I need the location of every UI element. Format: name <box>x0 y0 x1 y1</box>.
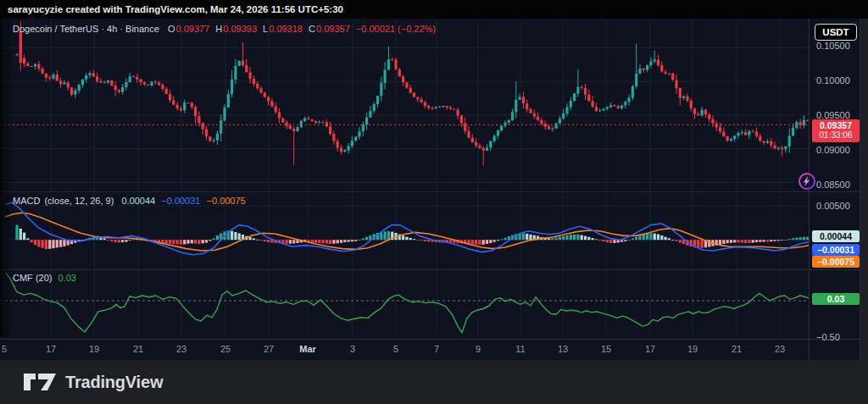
macd-hist-value: 0.00044 <box>121 196 155 206</box>
tradingview-snapshot: sarayucyzie created with TradingView.com… <box>0 0 868 404</box>
last-price-badge: 0.09357 01:33:06 <box>812 119 860 142</box>
currency-toggle-button[interactable]: USDT <box>815 24 857 41</box>
macd-legend[interactable]: MACD (close, 12, 26, 9) 0.00044 −0.00031… <box>13 196 249 206</box>
macd-signal-value: −0.00075 <box>207 196 246 206</box>
last-price-value: 0.09357 <box>812 120 860 130</box>
time-axis-label: 11 <box>515 344 525 354</box>
high-label: H <box>215 24 222 34</box>
price-tick-label: 0.10000 <box>816 75 850 86</box>
change-value: −0.00021 (−0.22%) <box>356 24 436 34</box>
cmf-legend[interactable]: CMF (20) 0.03 <box>13 273 80 283</box>
cmf-value-badge: 0.03 <box>812 293 860 305</box>
low-label: L <box>263 24 268 34</box>
high-value: 0.09393 <box>223 24 257 34</box>
macd-params: (close, 12, 26, 9) <box>44 196 114 206</box>
time-axis-label: 27 <box>264 344 274 354</box>
attribution-bar: sarayucyzie created with TradingView.com… <box>0 0 868 19</box>
low-value: 0.09318 <box>269 24 303 34</box>
close-label: C <box>309 24 315 34</box>
time-axis-label: 15 <box>601 344 611 354</box>
price-tick-label: 0.08500 <box>816 180 850 190</box>
open-label: O <box>168 24 175 34</box>
cmf-title: CMF (20) <box>13 273 52 283</box>
footer-bar: TradingView <box>0 360 868 404</box>
macd-line-value: −0.00031 <box>161 196 200 206</box>
time-axis-label: 17 <box>46 344 56 354</box>
macd-hist-badge: 0.00044 <box>812 230 860 242</box>
time-axis-label: 5 <box>2 344 7 354</box>
attribution-text: sarayucyzie created with TradingView.com… <box>8 4 343 14</box>
time-axis-label: 5 <box>393 344 398 354</box>
bar-countdown: 01:33:06 <box>812 130 860 141</box>
symbol-title: Dogecoin / TetherUS · 4h · Binance <box>13 24 159 34</box>
time-axis-label: 7 <box>434 344 439 354</box>
cmf-scale-label: −0.50 <box>816 332 840 342</box>
macd-line-badge: −0.00031 <box>812 244 860 256</box>
close-value: 0.09357 <box>316 24 350 34</box>
price-tick-label: 0.10500 <box>816 41 850 51</box>
symbol-legend[interactable]: Dogecoin / TetherUS · 4h · Binance O0.09… <box>13 24 439 34</box>
cmf-value: 0.03 <box>58 273 76 283</box>
open-value: 0.09377 <box>175 24 209 34</box>
time-axis-label: 9 <box>476 344 481 354</box>
macd-title: MACD <box>13 196 40 206</box>
footer-brand-text[interactable]: TradingView <box>65 373 163 392</box>
macd-scale-label: 0.00500 <box>816 201 850 211</box>
time-axis-label: 13 <box>558 344 568 354</box>
time-axis-label: 19 <box>89 344 99 354</box>
time-axis-label: 17 <box>645 344 655 354</box>
time-axis-label: 21 <box>133 344 143 354</box>
time-axis-label: 25 <box>220 344 231 354</box>
price-tick-label: 0.09000 <box>816 145 850 155</box>
lightning-icon[interactable] <box>797 171 817 191</box>
macd-signal-badge: −0.00075 <box>812 256 860 268</box>
time-axis-label: 19 <box>687 344 698 354</box>
time-axis-label: 23 <box>775 344 785 354</box>
tradingview-logo[interactable] <box>23 372 57 392</box>
time-axis-label: 21 <box>732 344 742 354</box>
time-axis-label: 23 <box>176 344 186 354</box>
time-axis-label: Mar <box>299 344 316 354</box>
time-axis-label: 3 <box>350 344 355 354</box>
